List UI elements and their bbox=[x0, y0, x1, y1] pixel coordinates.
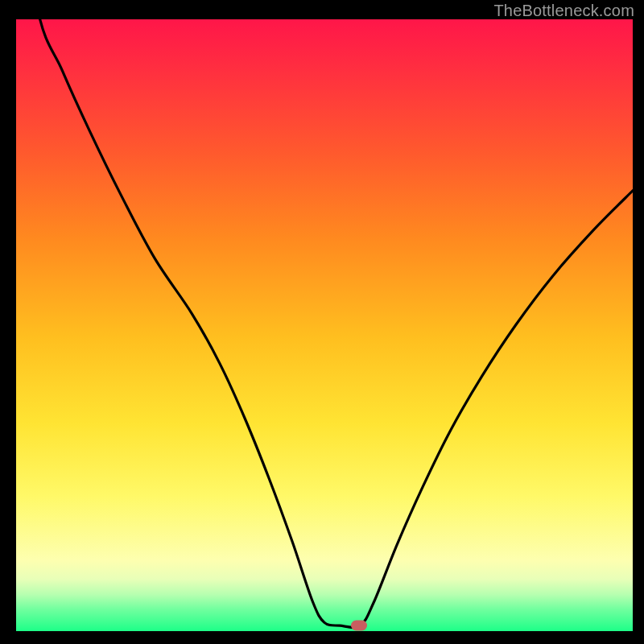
bottleneck-curve bbox=[16, 19, 633, 631]
curve-path bbox=[16, 19, 633, 627]
plot-area bbox=[16, 19, 633, 631]
min-marker bbox=[351, 621, 367, 631]
chart-frame: TheBottleneck.com bbox=[0, 0, 644, 644]
watermark-text: TheBottleneck.com bbox=[493, 2, 634, 20]
